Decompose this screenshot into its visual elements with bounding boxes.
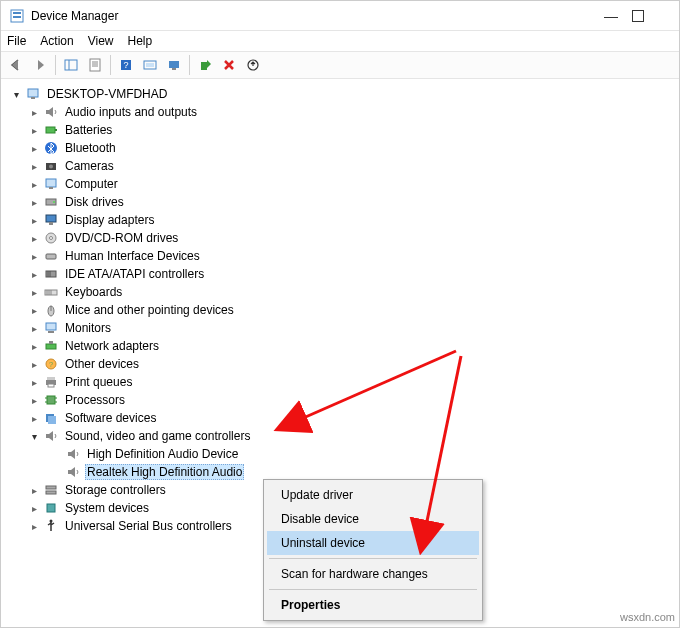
uninstall-button[interactable] — [218, 54, 240, 76]
expander-icon[interactable] — [27, 339, 41, 353]
tree-category[interactable]: Computer — [5, 175, 675, 193]
forward-button[interactable] — [29, 54, 51, 76]
tree-category[interactable]: Network adapters — [5, 337, 675, 355]
help-button[interactable]: ? — [115, 54, 137, 76]
context-menu-item[interactable]: Disable device — [267, 507, 479, 531]
context-menu: Update driverDisable deviceUninstall dev… — [263, 479, 483, 621]
minimize-button[interactable]: — — [591, 8, 631, 24]
tree-item-label: Software devices — [63, 411, 158, 425]
tree-device[interactable]: High Definition Audio Device — [5, 445, 675, 463]
battery-icon — [43, 122, 59, 138]
show-hide-tree-button[interactable] — [60, 54, 82, 76]
properties-button[interactable] — [84, 54, 106, 76]
tree-category[interactable]: Bluetooth — [5, 139, 675, 157]
svg-rect-58 — [48, 416, 56, 424]
computer-icon — [43, 176, 59, 192]
speaker-icon — [65, 446, 81, 462]
svg-rect-51 — [48, 384, 54, 387]
expander-icon[interactable] — [27, 375, 41, 389]
menu-file[interactable]: File — [7, 34, 26, 48]
svg-rect-16 — [201, 62, 207, 70]
expander-icon[interactable] — [27, 411, 41, 425]
scan-hardware-button[interactable] — [163, 54, 185, 76]
software-icon — [43, 410, 59, 426]
expander-icon[interactable] — [27, 429, 41, 443]
pc-icon — [25, 86, 41, 102]
cpu-icon — [43, 392, 59, 408]
separator — [189, 55, 190, 75]
expander-icon[interactable] — [27, 321, 41, 335]
expander-icon[interactable] — [27, 249, 41, 263]
expander-icon[interactable] — [27, 285, 41, 299]
toolbar: ? — [1, 51, 679, 79]
expander-icon[interactable] — [27, 231, 41, 245]
hid-icon — [43, 248, 59, 264]
svg-rect-43 — [46, 323, 56, 330]
menu-action[interactable]: Action — [40, 34, 73, 48]
expander-icon[interactable] — [27, 105, 41, 119]
tree-category[interactable]: Disk drives — [5, 193, 675, 211]
tree-category[interactable]: Sound, video and game controllers — [5, 427, 675, 445]
menu-view[interactable]: View — [88, 34, 114, 48]
window-title: Device Manager — [31, 9, 591, 23]
svg-rect-59 — [46, 486, 56, 489]
expander-icon[interactable] — [27, 141, 41, 155]
expander-icon[interactable] — [27, 213, 41, 227]
tree-category[interactable]: IDE ATA/ATAPI controllers — [5, 265, 675, 283]
tree-root[interactable]: DESKTOP-VMFDHAD — [5, 85, 675, 103]
action-button[interactable] — [139, 54, 161, 76]
svg-rect-19 — [31, 97, 35, 99]
tree-item-label: Bluetooth — [63, 141, 118, 155]
tree-category[interactable]: ?Other devices — [5, 355, 675, 373]
tree-category[interactable]: Display adapters — [5, 211, 675, 229]
tree-category[interactable]: Cameras — [5, 157, 675, 175]
close-button[interactable] — [631, 9, 671, 23]
update-button[interactable] — [242, 54, 264, 76]
expander-icon[interactable] — [27, 303, 41, 317]
printer-icon — [43, 374, 59, 390]
tree-category[interactable]: Keyboards — [5, 283, 675, 301]
camera-icon — [43, 158, 59, 174]
expander-icon — [49, 465, 63, 479]
expander-icon[interactable] — [27, 501, 41, 515]
tree-category[interactable]: Mice and other pointing devices — [5, 301, 675, 319]
expander-icon[interactable] — [27, 483, 41, 497]
expander-icon[interactable] — [27, 177, 41, 191]
tree-category[interactable]: Batteries — [5, 121, 675, 139]
watermark: wsxdn.com — [620, 611, 675, 623]
expander-icon[interactable] — [9, 87, 23, 101]
tree-category[interactable]: DVD/CD-ROM drives — [5, 229, 675, 247]
tree-category[interactable]: Monitors — [5, 319, 675, 337]
tree-item-label: DESKTOP-VMFDHAD — [45, 87, 169, 101]
context-menu-item[interactable]: Update driver — [267, 483, 479, 507]
tree-item-label: Disk drives — [63, 195, 126, 209]
tree-category[interactable]: Print queues — [5, 373, 675, 391]
expander-icon[interactable] — [27, 195, 41, 209]
expander-icon[interactable] — [27, 123, 41, 137]
context-menu-item[interactable]: Properties — [267, 593, 479, 617]
expander-icon[interactable] — [27, 267, 41, 281]
tree-category[interactable]: Human Interface Devices — [5, 247, 675, 265]
expander-icon[interactable] — [27, 519, 41, 533]
expander-icon[interactable] — [27, 393, 41, 407]
tree-category[interactable]: Audio inputs and outputs — [5, 103, 675, 121]
context-menu-item[interactable]: Uninstall device — [267, 531, 479, 555]
svg-rect-29 — [46, 215, 56, 222]
expander-icon[interactable] — [27, 357, 41, 371]
svg-rect-4 — [65, 60, 77, 70]
separator — [55, 55, 56, 75]
disk-icon — [43, 194, 59, 210]
svg-rect-6 — [90, 59, 100, 71]
menu-help[interactable]: Help — [128, 34, 153, 48]
back-button[interactable] — [5, 54, 27, 76]
enable-button[interactable] — [194, 54, 216, 76]
tree-item-label: Human Interface Devices — [63, 249, 202, 263]
expander-icon — [49, 447, 63, 461]
tree-category[interactable]: Software devices — [5, 409, 675, 427]
tree-item-label: Realtek High Definition Audio — [85, 464, 244, 480]
context-menu-item[interactable]: Scan for hardware changes — [267, 562, 479, 586]
svg-rect-3 — [633, 10, 644, 21]
svg-rect-60 — [46, 491, 56, 494]
tree-category[interactable]: Processors — [5, 391, 675, 409]
expander-icon[interactable] — [27, 159, 41, 173]
